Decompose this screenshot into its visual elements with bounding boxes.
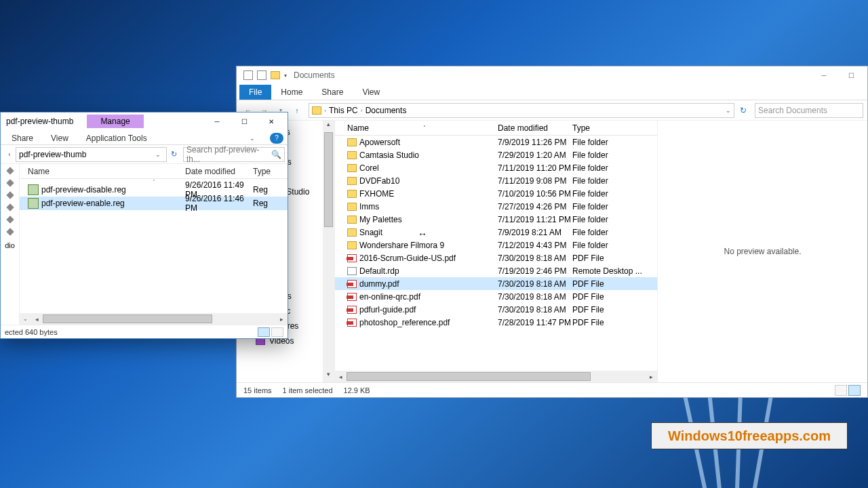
- file-row[interactable]: Corel7/11/2019 11:20 PMFile folder: [335, 161, 657, 174]
- column-headers: Name˄ Date modified Type: [335, 121, 657, 136]
- scroll-down-icon[interactable]: ▾: [323, 371, 334, 382]
- scrollbar-thumb[interactable]: [43, 314, 212, 323]
- file-date: 7/30/2019 8:18 AM: [498, 292, 572, 302]
- file-row[interactable]: en-online-qrc.pdf7/30/2019 8:18 AMPDF Fi…: [335, 290, 657, 303]
- vertical-scrollbar[interactable]: ▴▾: [323, 121, 334, 382]
- view-large-icons-icon[interactable]: [848, 385, 861, 396]
- scroll-right-icon[interactable]: ▸: [276, 316, 288, 323]
- address-dropdown-icon[interactable]: ⌄: [726, 107, 731, 114]
- pin-icon: [6, 167, 14, 174]
- navigation-pane-collapsed[interactable]: dio: [1, 164, 20, 325]
- column-name[interactable]: Name˄: [347, 123, 498, 133]
- refresh-button[interactable]: ↻: [167, 150, 180, 159]
- file-row[interactable]: dummy.pdf7/30/2019 8:18 AMPDF File: [335, 277, 657, 290]
- title-bar[interactable]: pdf-preview-thumb Manage ─ ☐ ✕: [1, 113, 288, 130]
- scroll-up-icon[interactable]: ▴: [323, 121, 334, 132]
- column-date[interactable]: Date modified: [498, 123, 572, 133]
- chevron-right-icon[interactable]: ›: [324, 107, 326, 114]
- file-row[interactable]: pdf-preview-enable.reg9/26/2016 11:46 PM…: [20, 197, 288, 210]
- folder-icon: [347, 164, 357, 172]
- tab-application-tools[interactable]: Application Tools: [79, 132, 154, 144]
- address-bar[interactable]: pdf-preview-thumb ⌄: [16, 147, 167, 162]
- file-row[interactable]: Default.rdp7/19/2019 2:46 PMRemote Deskt…: [335, 264, 657, 277]
- folder-icon: [347, 151, 357, 159]
- file-name: pdf-preview-disable.reg: [41, 185, 185, 195]
- file-row[interactable]: Wondershare Filmora 97/12/2019 4:43 PMFi…: [335, 239, 657, 251]
- address-bar-row: ‹ pdf-preview-thumb ⌄ ↻ Search pdf-previ…: [1, 145, 288, 164]
- file-type: Reg: [253, 199, 268, 208]
- file-type: File folder: [572, 163, 647, 173]
- scroll-right-icon[interactable]: ▸: [646, 373, 657, 380]
- file-name: dummy.pdf: [359, 279, 498, 289]
- file-date: 7/11/2019 11:20 PM: [498, 163, 572, 173]
- context-tab-manage[interactable]: Manage: [87, 115, 143, 128]
- search-icon[interactable]: 🔍: [271, 150, 281, 159]
- search-placeholder: Search pdf-preview-th...: [186, 145, 271, 164]
- file-date: 7/9/2019 11:26 PM: [498, 138, 572, 147]
- address-dropdown-icon[interactable]: ⌄: [153, 151, 163, 158]
- title-bar[interactable]: ▾ Documents ─ ☐: [237, 66, 867, 84]
- column-name[interactable]: Name: [28, 167, 185, 176]
- column-type[interactable]: Type: [253, 167, 271, 176]
- view-details-icon[interactable]: [258, 327, 270, 337]
- scroll-left-icon[interactable]: ◂: [31, 316, 43, 323]
- column-type[interactable]: Type: [572, 123, 647, 133]
- tab-view[interactable]: View: [44, 132, 75, 144]
- file-row[interactable]: Imms7/27/2019 4:26 PMFile folder: [335, 200, 657, 213]
- chevron-left-icon[interactable]: ‹: [3, 150, 16, 158]
- file-type: Reg: [253, 185, 268, 195]
- file-row[interactable]: Camtasia Studio7/29/2019 1:20 AMFile fol…: [335, 148, 657, 161]
- tab-share[interactable]: Share: [312, 85, 353, 100]
- qat-dropdown-icon[interactable]: ▾: [284, 73, 287, 79]
- minimize-button[interactable]: ─: [203, 113, 231, 130]
- horizontal-scrollbar[interactable]: ◂ ▸: [335, 371, 657, 382]
- close-button[interactable]: ✕: [258, 113, 285, 130]
- tab-share[interactable]: Share: [5, 132, 40, 144]
- nav-up-button[interactable]: ↑: [290, 103, 304, 118]
- chevron-right-icon[interactable]: ›: [361, 107, 363, 114]
- pin-icon: [6, 216, 14, 223]
- file-date: 7/10/2019 10:56 PM: [498, 189, 572, 199]
- file-date: 7/30/2019 8:18 AM: [498, 305, 572, 314]
- file-row[interactable]: pdfurl-guide.pdf7/30/2019 8:18 AMPDF Fil…: [335, 303, 657, 316]
- file-row[interactable]: photoshop_reference.pdf7/28/2019 11:47 P…: [335, 316, 657, 329]
- horizontal-scrollbar[interactable]: ⌄ ◂ ▸: [20, 313, 288, 325]
- file-date: 7/28/2019 11:47 PM: [498, 318, 572, 327]
- ribbon-expand-icon[interactable]: ⌄: [243, 134, 262, 143]
- scrollbar-thumb[interactable]: [347, 372, 591, 381]
- file-type: File folder: [572, 138, 647, 147]
- search-input[interactable]: Search pdf-preview-th... 🔍: [183, 147, 285, 162]
- address-bar[interactable]: › This PC › Documents ⌄: [309, 103, 734, 118]
- breadcrumb-thispc[interactable]: This PC: [329, 106, 358, 115]
- file-row[interactable]: DVDFab107/11/2019 9:08 PMFile folder: [335, 174, 657, 187]
- explorer-window-pdf-preview-thumb: pdf-preview-thumb Manage ─ ☐ ✕ Share Vie…: [0, 112, 288, 339]
- status-bar: 15 items 1 item selected 12.9 KB: [237, 382, 867, 397]
- column-date[interactable]: Date modified: [185, 167, 253, 176]
- view-details-icon[interactable]: [835, 385, 847, 396]
- maximize-button[interactable]: ☐: [837, 66, 865, 84]
- file-row[interactable]: 2016-Scrum-Guide-US.pdf7/30/2019 8:18 AM…: [335, 251, 657, 264]
- properties-icon[interactable]: [243, 70, 253, 80]
- new-folder-icon[interactable]: [257, 70, 267, 80]
- file-row[interactable]: Apowersoft7/9/2019 11:26 PMFile folder: [335, 136, 657, 148]
- file-row[interactable]: Snagit7/9/2019 8:21 AMFile folder: [335, 226, 657, 239]
- file-name: FXHOME: [359, 189, 498, 199]
- tab-view[interactable]: View: [353, 85, 389, 100]
- nav-item-partial[interactable]: dio: [5, 241, 15, 249]
- scrollbar-thumb[interactable]: [324, 132, 333, 227]
- status-item-count: 15 items: [243, 386, 272, 394]
- tab-file[interactable]: File: [239, 85, 271, 100]
- minimize-button[interactable]: ─: [810, 66, 837, 84]
- scroll-left-icon[interactable]: ◂: [335, 373, 347, 380]
- nav-collapse-icon[interactable]: ⌄: [20, 316, 31, 322]
- search-input[interactable]: Search Documents: [755, 103, 863, 118]
- refresh-button[interactable]: ↻: [736, 106, 751, 115]
- breadcrumb-documents[interactable]: Documents: [366, 106, 407, 115]
- view-large-icons-icon[interactable]: [271, 327, 283, 337]
- help-icon[interactable]: ?: [270, 133, 283, 144]
- tab-home[interactable]: Home: [271, 85, 312, 100]
- file-row[interactable]: FXHOME7/10/2019 10:56 PMFile folder: [335, 187, 657, 200]
- maximize-button[interactable]: ☐: [231, 113, 258, 130]
- file-name: Imms: [359, 202, 498, 211]
- file-row[interactable]: My Palettes7/11/2019 11:21 PMFile folder: [335, 213, 657, 226]
